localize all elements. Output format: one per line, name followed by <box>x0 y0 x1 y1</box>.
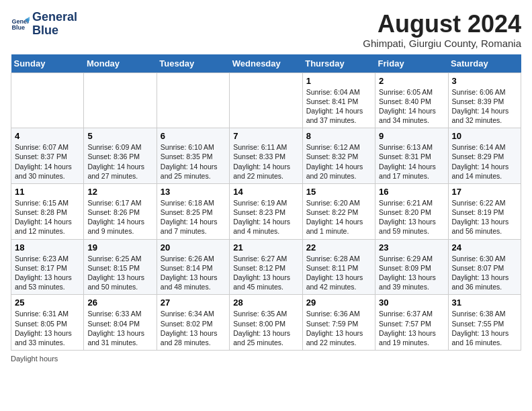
calendar-week-row: 1Sunrise: 6:04 AM Sunset: 8:41 PM Daylig… <box>11 73 521 128</box>
calendar-cell: 24Sunrise: 6:30 AM Sunset: 8:07 PM Dayli… <box>448 239 521 295</box>
day-number: 14 <box>233 187 298 197</box>
footer-label: Daylight hours <box>11 355 58 363</box>
calendar-cell: 7Sunrise: 6:11 AM Sunset: 8:33 PM Daylig… <box>230 128 302 184</box>
weekday-header-friday: Friday <box>375 54 448 73</box>
calendar-cell: 28Sunrise: 6:35 AM Sunset: 8:00 PM Dayli… <box>230 295 302 351</box>
day-number: 5 <box>87 131 152 141</box>
calendar-cell: 22Sunrise: 6:28 AM Sunset: 8:11 PM Dayli… <box>302 239 375 295</box>
calendar-cell: 11Sunrise: 6:15 AM Sunset: 8:28 PM Dayli… <box>11 183 84 239</box>
day-number: 21 <box>233 242 298 253</box>
day-number: 16 <box>379 187 444 197</box>
day-number: 23 <box>379 242 444 253</box>
calendar-cell: 4Sunrise: 6:07 AM Sunset: 8:37 PM Daylig… <box>11 128 84 184</box>
calendar-cell: 25Sunrise: 6:31 AM Sunset: 8:05 PM Dayli… <box>11 295 84 351</box>
weekday-header-saturday: Saturday <box>448 54 521 73</box>
calendar-cell: 21Sunrise: 6:27 AM Sunset: 8:12 PM Dayli… <box>230 239 302 295</box>
day-number: 18 <box>15 242 80 253</box>
calendar-week-row: 18Sunrise: 6:23 AM Sunset: 8:17 PM Dayli… <box>11 239 521 295</box>
day-detail: Sunrise: 6:06 AM Sunset: 8:39 PM Dayligh… <box>452 87 517 126</box>
day-detail: Sunrise: 6:23 AM Sunset: 8:17 PM Dayligh… <box>15 254 80 292</box>
day-detail: Sunrise: 6:14 AM Sunset: 8:29 PM Dayligh… <box>452 142 517 181</box>
day-number: 12 <box>87 187 152 197</box>
day-detail: Sunrise: 6:07 AM Sunset: 8:37 PM Dayligh… <box>15 142 80 181</box>
calendar-cell: 14Sunrise: 6:19 AM Sunset: 8:23 PM Dayli… <box>230 183 302 239</box>
page-header: General Blue General Blue August 2024 Gh… <box>11 11 521 49</box>
calendar-cell: 10Sunrise: 6:14 AM Sunset: 8:29 PM Dayli… <box>448 128 521 184</box>
day-number: 10 <box>452 131 517 141</box>
calendar-week-row: 25Sunrise: 6:31 AM Sunset: 8:05 PM Dayli… <box>11 295 521 351</box>
title-block: August 2024 Ghimpati, Giurgiu County, Ro… <box>363 11 521 49</box>
day-number: 6 <box>161 131 226 141</box>
calendar-cell: 12Sunrise: 6:17 AM Sunset: 8:26 PM Dayli… <box>84 183 157 239</box>
day-detail: Sunrise: 6:35 AM Sunset: 8:00 PM Dayligh… <box>233 309 298 347</box>
calendar-cell: 27Sunrise: 6:34 AM Sunset: 8:02 PM Dayli… <box>157 295 229 351</box>
day-detail: Sunrise: 6:36 AM Sunset: 7:59 PM Dayligh… <box>306 309 371 347</box>
calendar-table: SundayMondayTuesdayWednesdayThursdayFrid… <box>11 54 521 351</box>
day-detail: Sunrise: 6:30 AM Sunset: 8:07 PM Dayligh… <box>452 254 517 292</box>
day-detail: Sunrise: 6:29 AM Sunset: 8:09 PM Dayligh… <box>379 254 444 292</box>
footer: Daylight hours <box>11 355 521 363</box>
svg-text:Blue: Blue <box>11 24 25 31</box>
month-year-title: August 2024 <box>363 11 521 38</box>
day-detail: Sunrise: 6:12 AM Sunset: 8:32 PM Dayligh… <box>306 142 371 181</box>
day-detail: Sunrise: 6:13 AM Sunset: 8:31 PM Dayligh… <box>379 142 444 181</box>
weekday-header-tuesday: Tuesday <box>157 54 229 73</box>
day-number: 2 <box>379 76 444 86</box>
day-number: 1 <box>306 76 371 86</box>
day-number: 8 <box>306 131 371 141</box>
calendar-cell: 17Sunrise: 6:22 AM Sunset: 8:19 PM Dayli… <box>448 183 521 239</box>
weekday-header-thursday: Thursday <box>302 54 375 73</box>
calendar-cell: 26Sunrise: 6:33 AM Sunset: 8:04 PM Dayli… <box>84 295 157 351</box>
calendar-cell: 18Sunrise: 6:23 AM Sunset: 8:17 PM Dayli… <box>11 239 84 295</box>
calendar-cell: 23Sunrise: 6:29 AM Sunset: 8:09 PM Dayli… <box>375 239 448 295</box>
weekday-header-monday: Monday <box>84 54 157 73</box>
day-detail: Sunrise: 6:33 AM Sunset: 8:04 PM Dayligh… <box>87 309 152 347</box>
day-detail: Sunrise: 6:05 AM Sunset: 8:40 PM Dayligh… <box>379 87 444 126</box>
day-detail: Sunrise: 6:10 AM Sunset: 8:35 PM Dayligh… <box>161 142 226 181</box>
day-number: 9 <box>379 131 444 141</box>
day-detail: Sunrise: 6:26 AM Sunset: 8:14 PM Dayligh… <box>161 254 226 292</box>
day-detail: Sunrise: 6:17 AM Sunset: 8:26 PM Dayligh… <box>87 198 152 236</box>
day-detail: Sunrise: 6:19 AM Sunset: 8:23 PM Dayligh… <box>233 198 298 236</box>
day-number: 31 <box>452 298 517 308</box>
day-detail: Sunrise: 6:22 AM Sunset: 8:19 PM Dayligh… <box>452 198 517 236</box>
calendar-cell: 1Sunrise: 6:04 AM Sunset: 8:41 PM Daylig… <box>302 73 375 128</box>
day-detail: Sunrise: 6:11 AM Sunset: 8:33 PM Dayligh… <box>233 142 298 181</box>
day-detail: Sunrise: 6:04 AM Sunset: 8:41 PM Dayligh… <box>306 87 371 126</box>
day-number: 3 <box>452 76 517 86</box>
calendar-week-row: 4Sunrise: 6:07 AM Sunset: 8:37 PM Daylig… <box>11 128 521 184</box>
calendar-cell: 15Sunrise: 6:20 AM Sunset: 8:22 PM Dayli… <box>302 183 375 239</box>
day-detail: Sunrise: 6:09 AM Sunset: 8:36 PM Dayligh… <box>87 142 152 181</box>
day-number: 15 <box>306 187 371 197</box>
calendar-cell <box>157 73 229 128</box>
day-number: 28 <box>233 298 298 308</box>
day-detail: Sunrise: 6:31 AM Sunset: 8:05 PM Dayligh… <box>15 309 80 347</box>
calendar-cell: 3Sunrise: 6:06 AM Sunset: 8:39 PM Daylig… <box>448 73 521 128</box>
calendar-cell: 31Sunrise: 6:38 AM Sunset: 7:55 PM Dayli… <box>448 295 521 351</box>
calendar-cell <box>230 73 302 128</box>
calendar-cell: 6Sunrise: 6:10 AM Sunset: 8:35 PM Daylig… <box>157 128 229 184</box>
calendar-week-row: 11Sunrise: 6:15 AM Sunset: 8:28 PM Dayli… <box>11 183 521 239</box>
day-number: 20 <box>161 242 226 253</box>
day-number: 29 <box>306 298 371 308</box>
day-detail: Sunrise: 6:34 AM Sunset: 8:02 PM Dayligh… <box>161 309 226 347</box>
day-number: 17 <box>452 187 517 197</box>
logo-text: General Blue <box>32 11 77 38</box>
day-number: 30 <box>379 298 444 308</box>
day-detail: Sunrise: 6:38 AM Sunset: 7:55 PM Dayligh… <box>452 309 517 347</box>
calendar-cell <box>84 73 157 128</box>
day-number: 4 <box>15 131 80 141</box>
day-number: 25 <box>15 298 80 308</box>
day-detail: Sunrise: 6:25 AM Sunset: 8:15 PM Dayligh… <box>87 254 152 292</box>
calendar-cell: 16Sunrise: 6:21 AM Sunset: 8:20 PM Dayli… <box>375 183 448 239</box>
day-detail: Sunrise: 6:20 AM Sunset: 8:22 PM Dayligh… <box>306 198 371 236</box>
location-subtitle: Ghimpati, Giurgiu County, Romania <box>363 38 521 49</box>
day-number: 13 <box>161 187 226 197</box>
calendar-cell <box>11 73 84 128</box>
calendar-cell: 9Sunrise: 6:13 AM Sunset: 8:31 PM Daylig… <box>375 128 448 184</box>
calendar-cell: 29Sunrise: 6:36 AM Sunset: 7:59 PM Dayli… <box>302 295 375 351</box>
calendar-cell: 5Sunrise: 6:09 AM Sunset: 8:36 PM Daylig… <box>84 128 157 184</box>
calendar-cell: 8Sunrise: 6:12 AM Sunset: 8:32 PM Daylig… <box>302 128 375 184</box>
logo-icon: General Blue <box>11 15 30 34</box>
day-number: 26 <box>87 298 152 308</box>
